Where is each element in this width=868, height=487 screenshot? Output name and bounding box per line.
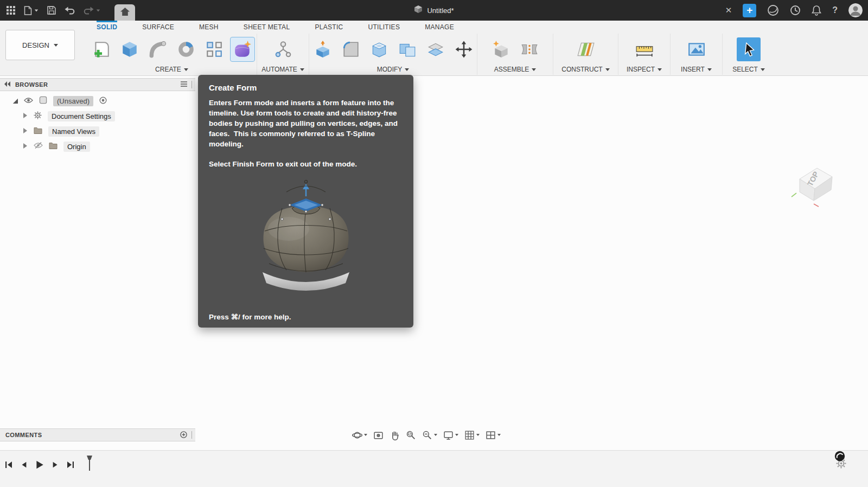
panel-list-icon[interactable] (181, 81, 187, 88)
visibility-eye-icon[interactable] (24, 97, 33, 105)
zoom-window-button[interactable] (404, 428, 418, 442)
tab-sheet-metal[interactable]: SHEET METAL (244, 21, 290, 34)
look-at-button[interactable] (371, 428, 386, 442)
undo-icon[interactable] (65, 7, 75, 15)
shell-button[interactable] (367, 37, 391, 61)
redo-icon[interactable] (84, 7, 100, 15)
tree-row-root[interactable]: (Unsaved) (0, 93, 195, 108)
add-comment-icon[interactable] (180, 431, 187, 439)
create-form-button[interactable] (231, 37, 254, 61)
viewcube[interactable]: TOP (787, 157, 841, 212)
visibility-eye-off-icon[interactable] (34, 142, 43, 151)
expand-arrow-icon[interactable] (12, 97, 18, 105)
select-menu[interactable]: SELECT (732, 64, 765, 75)
create-sketch-button[interactable] (90, 37, 113, 61)
create-menu[interactable]: CREATE (155, 64, 188, 75)
tab-utilities[interactable]: UTILITIES (368, 21, 400, 34)
combine-button[interactable] (395, 37, 419, 61)
toolbar-group-construct: CONSTRUCT (553, 34, 618, 75)
create-menu-label: CREATE (155, 66, 181, 73)
zoom-button[interactable] (420, 428, 439, 442)
timeline-step-forward-button[interactable] (52, 461, 59, 469)
tab-solid[interactable]: SOLID (97, 21, 117, 34)
expand-arrow-icon[interactable] (23, 112, 28, 120)
document-cube-icon (414, 5, 423, 16)
tab-mesh[interactable]: MESH (199, 21, 219, 34)
tooltip-footer: Press ⌘/ for more help. (209, 312, 291, 321)
tree-item-label[interactable]: Document Settings (48, 111, 115, 121)
dropdown-caret-icon (97, 9, 100, 11)
new-tab-button[interactable]: + (743, 4, 756, 17)
assemble-menu[interactable]: ASSEMBLE (494, 64, 537, 75)
gear-icon (34, 111, 42, 121)
save-icon[interactable] (47, 6, 56, 15)
insert-image-button[interactable] (685, 37, 709, 61)
timeline-play-button[interactable] (35, 460, 44, 470)
panel-resize-handle[interactable] (192, 431, 192, 439)
modify-menu-label: MODIFY (377, 66, 403, 73)
panel-resize-handle[interactable] (192, 81, 192, 88)
pattern-button[interactable] (202, 37, 226, 61)
automate-button[interactable] (271, 37, 295, 61)
construct-menu[interactable]: CONSTRUCT (561, 64, 609, 75)
move-button[interactable] (452, 37, 476, 61)
timeline-go-to-end-button[interactable] (66, 460, 75, 469)
toolbar-group-assemble: ASSEMBLE (477, 34, 553, 75)
insert-menu[interactable]: INSERT (681, 64, 712, 75)
toolbar-group-automate: AUTOMATE (257, 34, 309, 75)
autodesk-logo-icon (834, 451, 845, 464)
dropdown-caret-icon (364, 434, 367, 436)
joint-button[interactable] (518, 37, 541, 61)
timeline-go-to-start-button[interactable] (4, 460, 13, 469)
timeline-step-back-button[interactable] (20, 461, 28, 469)
expand-arrow-icon[interactable] (23, 127, 28, 136)
extensions-icon[interactable] (767, 4, 779, 16)
tab-plastic[interactable]: PLASTIC (315, 21, 343, 34)
expand-arrow-icon[interactable] (23, 143, 28, 151)
dropdown-caret-icon (35, 9, 38, 11)
measure-button[interactable] (633, 37, 656, 61)
offset-face-button[interactable] (424, 37, 448, 61)
tree-row-origin[interactable]: Origin (0, 139, 195, 154)
tree-row-named-views[interactable]: Named Views (0, 124, 195, 139)
sweep-button[interactable] (146, 37, 170, 61)
extrude-button[interactable] (118, 37, 142, 61)
tree-row-document-settings[interactable]: Document Settings (0, 108, 195, 124)
avatar[interactable] (848, 3, 863, 17)
tab-manage[interactable]: MANAGE (425, 21, 454, 34)
grid-settings-button[interactable] (462, 428, 482, 442)
modify-menu[interactable]: MODIFY (377, 64, 410, 75)
inspect-menu-label: INSPECT (627, 66, 655, 73)
home-view-button[interactable] (114, 4, 135, 21)
tab-surface[interactable]: SURFACE (142, 21, 174, 34)
collapse-panel-icon[interactable] (0, 81, 15, 88)
tree-item-label[interactable]: Origin (63, 142, 90, 152)
app-grid-icon[interactable] (7, 6, 15, 15)
close-tab-icon[interactable]: ✕ (725, 5, 732, 15)
select-button[interactable] (737, 37, 761, 61)
viewports-button[interactable] (483, 428, 503, 442)
timeline-position-marker[interactable] (86, 455, 93, 473)
automate-menu[interactable]: AUTOMATE (261, 64, 304, 75)
notifications-bell-icon[interactable] (812, 5, 821, 16)
construction-plane-button[interactable] (574, 37, 598, 61)
activate-radio-icon[interactable] (99, 97, 107, 106)
toolbar-group-inspect: INSPECT (618, 34, 671, 75)
tree-item-label[interactable]: Named Views (48, 126, 99, 137)
revolve-button[interactable] (174, 37, 198, 61)
design-menu-button[interactable]: DESIGN (5, 30, 75, 60)
dropdown-caret-icon (300, 68, 304, 71)
pan-button[interactable] (387, 428, 402, 442)
job-status-clock-icon[interactable] (790, 5, 801, 16)
tooltip-title: Create Form (209, 83, 403, 92)
help-icon[interactable]: ? (832, 5, 838, 15)
comments-panel-header[interactable]: COMMENTS (0, 428, 195, 441)
press-pull-button[interactable] (311, 37, 335, 61)
inspect-menu[interactable]: INSPECT (627, 64, 662, 75)
fillet-button[interactable] (339, 37, 363, 61)
orbit-button[interactable] (350, 428, 369, 442)
new-component-button[interactable] (489, 37, 513, 61)
tree-item-label[interactable]: (Unsaved) (53, 96, 93, 106)
file-menu-icon[interactable] (24, 6, 39, 15)
display-settings-button[interactable] (441, 428, 461, 442)
